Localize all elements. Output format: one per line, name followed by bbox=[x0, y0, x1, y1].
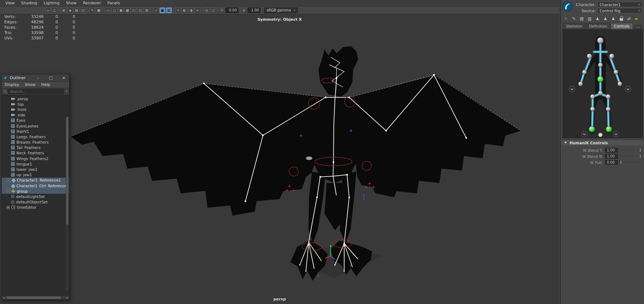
tab-skeleton[interactable]: Skeleton bbox=[563, 23, 585, 29]
exposure-field[interactable]: 0.00 bbox=[225, 8, 238, 13]
film-gate-icon[interactable]: ▭ bbox=[105, 8, 111, 13]
color-mode-dropdown[interactable]: sRGB gamma ▾ bbox=[264, 8, 298, 13]
pan-zoom-icon[interactable]: ◳ bbox=[80, 8, 86, 13]
expand-toggle[interactable]: + bbox=[6, 189, 10, 193]
outliner-item-leegs-feathers[interactable]: Leegs_Feathers bbox=[2, 134, 69, 139]
tab-controls[interactable]: Controls bbox=[611, 23, 633, 29]
bake-arrow-icon[interactable]: ► bbox=[634, 16, 640, 21]
left-leg-expand-button[interactable] bbox=[581, 131, 587, 137]
outliner-item-tongue1[interactable]: tongue1 bbox=[2, 161, 69, 167]
scroll-left-icon[interactable]: ◂ bbox=[2, 296, 6, 299]
expand-toggle[interactable]: + bbox=[6, 179, 10, 182]
chevron-down-icon[interactable]: ▾ bbox=[66, 90, 67, 93]
outliner-titlebar[interactable]: Outliner – □ × bbox=[2, 74, 69, 82]
shadows-icon[interactable]: ◐ bbox=[182, 8, 187, 13]
menu-panels[interactable]: Panels bbox=[104, 0, 123, 6]
outliner-item-wings-feathers2[interactable]: Wings_Feathers2 bbox=[2, 156, 69, 161]
grid-icon[interactable]: ▦ bbox=[96, 8, 102, 13]
gate-mask-icon[interactable]: ▣ bbox=[118, 8, 124, 13]
ik-blend-r-slider[interactable] bbox=[620, 154, 641, 159]
outliner-item-breasts-feathers[interactable]: Breasts_Feathers bbox=[2, 140, 69, 145]
textured-icon[interactable]: ▨ bbox=[166, 8, 172, 13]
viewport-canvas[interactable] bbox=[0, 14, 559, 304]
resolution-gate-icon[interactable]: ◻ bbox=[112, 8, 117, 13]
ik-blend-t-field[interactable]: 1.00 bbox=[605, 148, 618, 153]
field-chart-icon[interactable]: ▩ bbox=[125, 8, 130, 13]
outliner-item-neck-feathers[interactable]: Neck_Feathers bbox=[2, 150, 69, 156]
outliner-window[interactable]: Outliner – □ × Display Show Help ▾ persp… bbox=[1, 74, 69, 300]
menu-show[interactable]: Show bbox=[63, 0, 80, 6]
maximize-button[interactable]: □ bbox=[48, 76, 53, 80]
hud-toggle-icon[interactable]: ▥ bbox=[144, 8, 150, 13]
menu-view[interactable]: View bbox=[2, 0, 18, 6]
outliner-horizontal-scrollbar[interactable]: ◂ ▸ bbox=[2, 295, 69, 299]
outliner-search-input[interactable] bbox=[8, 89, 64, 94]
skeleton-figure-icon[interactable]: ♟ bbox=[602, 16, 608, 21]
image-plane-icon[interactable]: ▤ bbox=[74, 8, 79, 13]
outliner-menu-show[interactable]: Show bbox=[25, 82, 36, 87]
outliner-item-front[interactable]: front bbox=[2, 107, 69, 112]
scrollbar-thumb[interactable] bbox=[66, 117, 68, 225]
outliner-tree[interactable]: persp top front side Eyes EyesLashes Hai… bbox=[2, 95, 69, 295]
outliner-item-defaultlightset[interactable]: defaultLightSet bbox=[2, 194, 69, 199]
outliner-item-defaultobjectset[interactable]: defaultObjectSet bbox=[2, 199, 69, 205]
edit-character-pencil-icon[interactable]: ✎ bbox=[563, 16, 569, 21]
lights-icon[interactable]: ☼ bbox=[175, 8, 181, 13]
wireframe-icon[interactable]: ◇ bbox=[153, 8, 159, 13]
right-leg-expand-button[interactable] bbox=[613, 131, 619, 137]
lock-stance-icon[interactable] bbox=[618, 16, 624, 21]
menu-renderer[interactable]: Renderer bbox=[80, 0, 104, 6]
outliner-item-character1-ctrl-reference[interactable]: Character1_Ctrl_Reference bbox=[2, 183, 69, 188]
mirror-icon[interactable]: ⇄ bbox=[626, 16, 632, 21]
hand-control[interactable] bbox=[306, 156, 312, 160]
character-dropdown[interactable]: Character1 ▾ bbox=[597, 2, 642, 7]
expand-toggle[interactable]: + bbox=[6, 206, 10, 209]
attribute-table-icon[interactable]: ▥ bbox=[587, 16, 592, 21]
viewport[interactable]: Verts:3324600 Edges:4829600 Faces:186240… bbox=[0, 14, 559, 304]
outliner-item-character1-reference1[interactable]: +Character1_Reference1 bbox=[2, 178, 69, 183]
stance-pose-icon[interactable]: ♟ bbox=[610, 16, 616, 21]
minimize-button[interactable]: – bbox=[36, 76, 41, 80]
scroll-right-icon[interactable]: ▸ bbox=[65, 296, 69, 299]
annotate-pencil-icon[interactable]: ✎ bbox=[571, 16, 577, 21]
outliner-item-up-jaw1[interactable]: up_jaw1 bbox=[2, 172, 69, 178]
ik-blend-r-field[interactable]: 1.00 bbox=[605, 154, 618, 159]
outliner-item-timeeditor[interactable]: +timeEditor bbox=[2, 205, 69, 210]
humanik-controls-section-header[interactable]: HumanIK Controls bbox=[561, 140, 643, 145]
outliner-vertical-scrollbar[interactable] bbox=[66, 116, 69, 290]
xray-icon[interactable]: ◎ bbox=[204, 8, 210, 13]
outliner-item-top[interactable]: top bbox=[2, 101, 69, 107]
select-camera-icon[interactable]: ▭ bbox=[45, 8, 51, 13]
slider-knob[interactable] bbox=[639, 148, 641, 152]
character-figure-icon[interactable]: ♟ bbox=[595, 16, 600, 21]
hik-character-picker[interactable] bbox=[562, 29, 643, 138]
close-button[interactable]: × bbox=[61, 76, 66, 80]
left-arm-expand-button[interactable] bbox=[569, 86, 575, 92]
outliner-item-hairv1[interactable]: HairV1 bbox=[2, 129, 69, 134]
ik-blend-t-slider[interactable] bbox=[620, 148, 641, 153]
outliner-item-group[interactable]: +group bbox=[2, 188, 69, 194]
outliner-item-persp[interactable]: persp bbox=[2, 96, 69, 101]
slider-knob[interactable] bbox=[639, 154, 641, 158]
scrollbar-thumb[interactable] bbox=[6, 296, 61, 299]
shaded-icon[interactable]: ● bbox=[160, 8, 165, 13]
outliner-item-side[interactable]: side bbox=[2, 112, 69, 118]
ik-pull-slider[interactable] bbox=[620, 160, 641, 165]
outliner-item-eyes[interactable]: Eyes bbox=[2, 118, 69, 123]
outliner-menu-display[interactable]: Display bbox=[5, 82, 19, 87]
character-list-icon[interactable]: ▤ bbox=[579, 16, 585, 21]
right-arm-expand-button[interactable] bbox=[625, 86, 631, 92]
safe-action-icon[interactable]: ◰ bbox=[131, 8, 137, 13]
isolate-select-icon[interactable]: ▢ bbox=[210, 8, 216, 13]
outliner-item-tail-feathers[interactable]: Tail_Feathers bbox=[2, 145, 69, 150]
motion-blur-icon[interactable]: ≈ bbox=[195, 8, 200, 13]
ik-pull-field[interactable]: 0.00 bbox=[605, 160, 618, 165]
safe-title-icon[interactable]: ◱ bbox=[137, 8, 143, 13]
grease-pencil-icon[interactable]: ✎ bbox=[89, 8, 95, 13]
bookmarks-icon[interactable]: ◈ bbox=[67, 8, 73, 13]
menu-shading[interactable]: Shading bbox=[18, 0, 40, 6]
slider-knob[interactable] bbox=[620, 160, 622, 164]
lock-camera-icon[interactable]: ◻ bbox=[52, 8, 57, 13]
tab-definition[interactable]: Definition bbox=[586, 23, 610, 29]
outliner-menu-help[interactable]: Help bbox=[41, 82, 50, 87]
